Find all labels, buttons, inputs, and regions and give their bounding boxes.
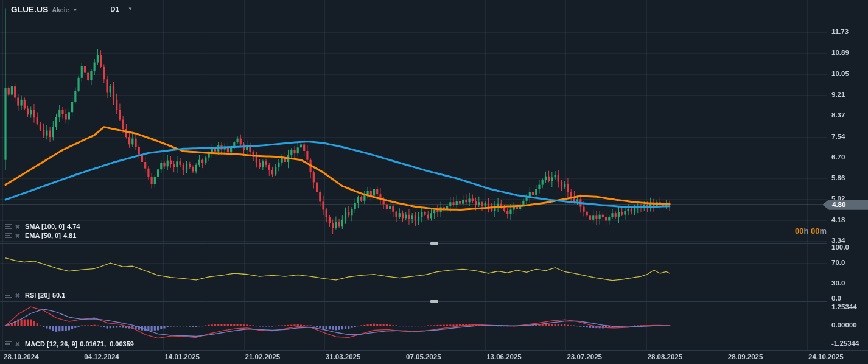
axis-tick-label: 24.10.2025 bbox=[808, 353, 844, 360]
ema-value: 4.81 bbox=[63, 232, 76, 239]
axis-tick-label: 04.12.2024 bbox=[84, 353, 119, 360]
timeframe-label: D1 bbox=[110, 5, 119, 13]
indicator-settings-icon[interactable] bbox=[5, 341, 12, 348]
symbol-selector[interactable]: GLUE.US Akcie ▼ bbox=[0, 2, 83, 16]
axis-tick-label: 30.0 bbox=[831, 279, 845, 287]
axis-tick-label: 14.01.2025 bbox=[164, 353, 200, 360]
indicator-settings-icon[interactable] bbox=[5, 223, 12, 230]
instrument-type-label: Akcie bbox=[52, 6, 69, 13]
sma-indicator-row: ✖ SMA [100, 0] 4.74 bbox=[5, 223, 80, 230]
axis-tick-label: 10.89 bbox=[831, 49, 849, 56]
symbol-name: GLUE.US bbox=[11, 5, 48, 14]
indicator-close-icon[interactable]: ✖ bbox=[14, 292, 21, 299]
indicator-close-icon[interactable]: ✖ bbox=[14, 233, 21, 239]
indicator-close-icon[interactable]: ✖ bbox=[14, 341, 21, 348]
ema-label: EMA [50, 0] bbox=[25, 232, 61, 239]
axis-tick-label: 1.25344 bbox=[831, 303, 857, 310]
indicator-settings-icon[interactable] bbox=[5, 233, 12, 239]
rsi-value: 50.1 bbox=[52, 292, 65, 299]
axis-tick-label: 28.10.2024 bbox=[4, 353, 39, 360]
ema-indicator-row: ✖ EMA [50, 0] 4.81 bbox=[5, 232, 76, 239]
axis-tick-label: 28.08.2025 bbox=[648, 353, 683, 360]
macd-indicator-row: ✖ MACD [12, 26, 9] 0.01671, 0.00359 bbox=[5, 340, 134, 348]
axis-tick-label: 5.86 bbox=[831, 174, 845, 181]
axis-tick-label: 31.03.2025 bbox=[326, 353, 361, 360]
axis-tick-label: 21.02.2025 bbox=[245, 353, 281, 360]
axis-tick-label: 4.18 bbox=[831, 216, 845, 223]
axis-tick-label: 7.54 bbox=[831, 133, 845, 140]
candle-countdown: 00h 00m bbox=[795, 226, 827, 236]
axis-tick-label: 23.07.2025 bbox=[567, 353, 602, 360]
rsi-indicator-row: ✖ RSI [20] 50.1 bbox=[5, 292, 65, 299]
axis-tick-label: 6.70 bbox=[831, 153, 845, 161]
axis-tick-label: 10.05 bbox=[831, 70, 849, 77]
chevron-down-icon: ▼ bbox=[72, 7, 77, 13]
chart-toolbar: GLUE.US Akcie ▼ D1 ▼ bbox=[0, 0, 139, 18]
rsi-label: RSI [20] bbox=[25, 292, 50, 299]
axis-tick-label: 07.05.2025 bbox=[406, 353, 441, 360]
axis-tick-label: 100.0 bbox=[831, 243, 849, 251]
current-price-badge: 4.80 bbox=[822, 200, 868, 210]
chevron-down-icon: ▼ bbox=[128, 6, 133, 12]
axis-tick-label: 0.00000 bbox=[831, 321, 857, 329]
axis-tick-label: 9.21 bbox=[831, 91, 845, 98]
macd-value: 0.01671, 0.00359 bbox=[80, 340, 134, 348]
axis-tick-label: 8.37 bbox=[831, 111, 845, 119]
axis-tick-label: 11.73 bbox=[831, 28, 849, 35]
axis-tick-label: 0.0 bbox=[831, 295, 841, 302]
trading-chart-window: GLUE.US Akcie ▼ D1 ▼ ✖ SMA [100, 0] 4.74… bbox=[0, 0, 868, 364]
price-chart-canvas[interactable] bbox=[0, 0, 868, 364]
rsi-pane-resize-handle[interactable] bbox=[430, 242, 438, 245]
macd-pane-resize-handle[interactable] bbox=[430, 300, 438, 303]
sma-label: SMA [100, 0] bbox=[25, 223, 65, 230]
timeframe-selector[interactable]: D1 ▼ bbox=[104, 3, 139, 15]
macd-label: MACD [12, 26, 9] bbox=[25, 340, 77, 348]
axis-tick-label: 70.0 bbox=[831, 259, 845, 266]
indicator-settings-icon[interactable] bbox=[5, 292, 12, 299]
axis-tick-label: 28.09.2025 bbox=[728, 353, 763, 360]
sma-value: 4.74 bbox=[67, 223, 80, 230]
axis-tick-label: -1.25344 bbox=[831, 340, 859, 347]
indicator-close-icon[interactable]: ✖ bbox=[14, 223, 21, 230]
axis-tick-label: 13.06.2025 bbox=[486, 353, 522, 360]
